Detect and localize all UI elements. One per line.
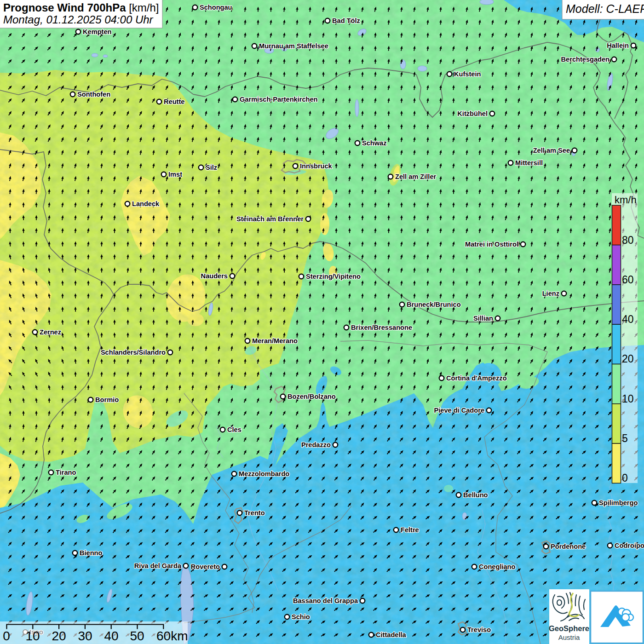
svg-text:Cortina d'Ampezzo: Cortina d'Ampezzo — [446, 374, 507, 382]
svg-text:Zernez: Zernez — [40, 328, 61, 336]
svg-text:60: 60 — [622, 274, 634, 286]
svg-text:60km: 60km — [156, 629, 188, 643]
svg-text:50: 50 — [130, 629, 144, 643]
svg-text:Belluno: Belluno — [463, 491, 488, 499]
svg-text:Zell am Ziller: Zell am Ziller — [395, 173, 437, 180]
svg-text:Imst: Imst — [168, 171, 182, 178]
svg-text:Nauders: Nauders — [201, 272, 228, 280]
svg-text:Brixen/Bressanone: Brixen/Bressanone — [351, 324, 412, 331]
svg-text:Treviso: Treviso — [467, 626, 491, 633]
svg-text:Cles: Cles — [227, 426, 242, 433]
svg-text:Matrei in Osttirol: Matrei in Osttirol — [465, 241, 518, 248]
svg-text:Riva del Garda: Riva del Garda — [134, 562, 182, 569]
svg-text:Berchtesgaden: Berchtesgaden — [561, 56, 610, 63]
svg-text:Schwaz: Schwaz — [362, 139, 387, 147]
svg-text:5: 5 — [622, 432, 628, 444]
svg-text:Feltre: Feltre — [401, 526, 419, 534]
svg-text:Steinach am Brenner: Steinach am Brenner — [236, 215, 304, 223]
svg-text:Kitzbühel: Kitzbühel — [457, 110, 488, 117]
svg-text:20: 20 — [52, 629, 66, 643]
svg-text:40: 40 — [622, 313, 634, 325]
svg-text:Schio: Schio — [292, 613, 310, 621]
svg-text:Bozen/Bolzano: Bozen/Bolzano — [288, 393, 336, 400]
svg-text:0: 0 — [622, 472, 628, 484]
svg-text:80: 80 — [622, 234, 634, 246]
svg-text:Trento: Trento — [244, 509, 265, 517]
svg-text:Bienno: Bienno — [80, 549, 103, 557]
svg-text:Bad Tölz: Bad Tölz — [332, 17, 360, 24]
svg-text:Kempten: Kempten — [83, 28, 112, 35]
svg-text:10: 10 — [622, 393, 634, 405]
svg-text:Bormio: Bormio — [95, 396, 119, 403]
svg-text:Schongau: Schongau — [200, 4, 232, 11]
svg-text:Innsbruck: Innsbruck — [300, 162, 333, 170]
svg-text:Predazzo: Predazzo — [301, 441, 331, 448]
svg-text:Mezzolombardo: Mezzolombardo — [239, 470, 289, 477]
svg-text:Prognose Wind 700hPa [km/h]: Prognose Wind 700hPa [km/h] — [3, 1, 159, 14]
svg-text:Sonthofen: Sonthofen — [77, 91, 110, 98]
svg-text:Hallein: Hallein — [607, 42, 629, 49]
svg-text:Bassano del Grappa: Bassano del Grappa — [293, 597, 358, 604]
svg-text:km/h: km/h — [615, 194, 637, 206]
svg-text:Silz: Silz — [206, 164, 217, 171]
svg-text:20: 20 — [622, 353, 634, 365]
svg-text:10: 10 — [25, 629, 40, 643]
svg-text:Lienz: Lienz — [542, 290, 559, 297]
svg-text:Murnau am Staffelsee: Murnau am Staffelsee — [259, 42, 328, 50]
svg-text:Meran/Merano: Meran/Merano — [252, 337, 298, 345]
svg-text:Montag, 01.12.2025 04:00 Uhr: Montag, 01.12.2025 04:00 Uhr — [3, 13, 154, 26]
svg-text:Mittersill: Mittersill — [515, 159, 543, 167]
svg-text:0: 0 — [3, 629, 10, 643]
svg-text:40: 40 — [104, 629, 118, 643]
svg-text:Kufstein: Kufstein — [454, 70, 481, 78]
svg-text:Bruneck/Brunico: Bruneck/Brunico — [407, 301, 461, 308]
svg-text:Sterzing/Vipiteno: Sterzing/Vipiteno — [306, 273, 361, 280]
svg-text:Conegliano: Conegliano — [479, 563, 516, 570]
svg-text:Rovereto: Rovereto — [191, 563, 220, 570]
svg-text:Codroipo: Codroipo — [615, 542, 644, 549]
svg-text:Landeck: Landeck — [132, 200, 160, 207]
svg-text:Modell: C-LAEF: Modell: C-LAEF — [566, 2, 644, 15]
svg-text:Cittadella: Cittadella — [376, 631, 407, 638]
svg-text:30: 30 — [78, 629, 92, 643]
svg-text:Reutte: Reutte — [164, 98, 184, 105]
svg-text:Garmisch-Partenkirchen: Garmisch-Partenkirchen — [240, 96, 318, 103]
svg-text:Zell am See: Zell am See — [533, 147, 570, 154]
svg-text:Austria: Austria — [558, 633, 580, 641]
svg-text:Schlanders/Silandro: Schlanders/Silandro — [101, 349, 166, 356]
svg-text:Spilimbergo: Spilimbergo — [599, 499, 638, 506]
svg-text:Pieve di Cadore: Pieve di Cadore — [434, 407, 485, 414]
svg-text:Sillian: Sillian — [473, 315, 493, 322]
svg-text:Pordenone: Pordenone — [551, 543, 586, 550]
svg-text:GeoSphere: GeoSphere — [549, 624, 589, 632]
svg-text:Tirano: Tirano — [56, 469, 76, 476]
